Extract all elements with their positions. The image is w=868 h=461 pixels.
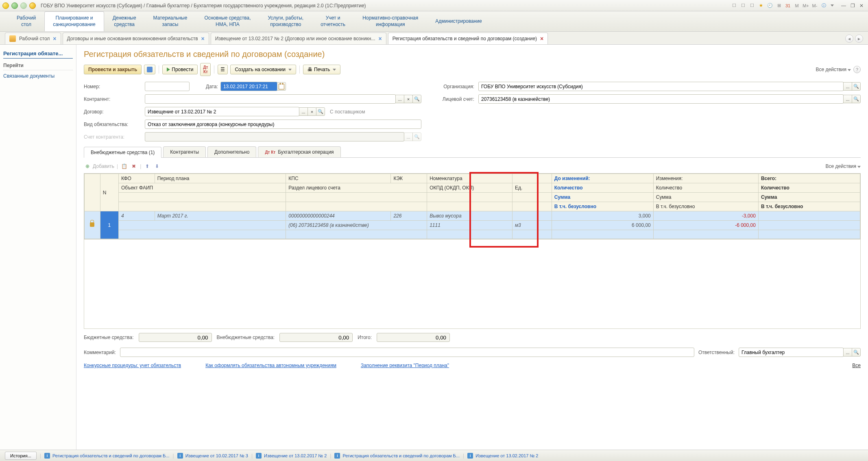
link-procedures[interactable]: Конкурсные процедуры: учет обязательств	[84, 363, 181, 368]
doc-tab-notice[interactable]: Извещение от 13.02.2017 № 2 (Договор или…	[211, 33, 386, 44]
table-row[interactable]: 1 4 Март 2017 г. 00000000000000244 226 В…	[85, 211, 860, 221]
tab-close-icon[interactable]: ×	[53, 35, 56, 42]
delete-button[interactable]: ✖	[130, 163, 137, 170]
post-button[interactable]: Провести	[162, 65, 198, 74]
tab-accounting-op[interactable]: Дт КтБухгалтерская операция	[258, 146, 340, 157]
calendar-button[interactable]	[277, 82, 286, 91]
tab-contragents[interactable]: Контрагенты	[163, 146, 206, 157]
select-button[interactable]: ...	[843, 95, 852, 103]
tool-icon[interactable]: ☐	[749, 2, 755, 9]
section-tab-assets[interactable]: Основные средства, НМА, НПА	[196, 11, 259, 31]
minimize-button[interactable]: —	[840, 2, 848, 9]
tab-additional[interactable]: Дополнительно	[207, 146, 256, 157]
obltype-input[interactable]	[145, 120, 421, 129]
cell-before-sum[interactable]: 6 000,00	[552, 221, 653, 230]
dtkt-button[interactable]: ДтКт	[200, 63, 211, 76]
cell-ch-sum[interactable]: -6 000,00	[653, 221, 758, 230]
cell-kfo[interactable]: 4	[118, 211, 155, 221]
print-button[interactable]: 🖶 Печать	[303, 65, 340, 74]
date-input[interactable]	[220, 82, 277, 91]
favorite-icon[interactable]	[29, 2, 36, 9]
sb-doc-link[interactable]: iРегистрация обязательств и сведений по …	[334, 453, 460, 459]
comment-input[interactable]	[120, 348, 694, 357]
account-input[interactable]	[478, 94, 844, 104]
sidebar-link-related[interactable]: Связанные документы	[3, 72, 73, 80]
contragent-input[interactable]	[145, 94, 396, 104]
nav-back-icon[interactable]	[11, 2, 18, 9]
save-button[interactable]	[144, 65, 155, 74]
sb-doc-link[interactable]: iИзвещение от 13.02.2017 № 2	[467, 453, 538, 459]
cell-period[interactable]: Март 2017 г.	[155, 211, 286, 221]
clear-button[interactable]: ×	[308, 107, 316, 116]
cell-section[interactable]: (06) 20736123458 (в казначействе)	[286, 221, 427, 230]
section-tab-cash[interactable]: Денежные средства	[104, 11, 145, 31]
history-button[interactable]: История...	[5, 452, 37, 460]
link-howto[interactable]: Как оформлять обязательства автономным у…	[205, 363, 336, 368]
section-tab-services[interactable]: Услуги, работы, производство	[259, 11, 312, 31]
sb-doc-link[interactable]: iИзвещение от 10.02.2017 № 3	[177, 453, 248, 459]
cell-kek[interactable]: 226	[391, 211, 427, 221]
section-tab-ref[interactable]: Нормативно-справочная информация	[354, 11, 427, 31]
grid-all-actions[interactable]: Все действия	[826, 163, 861, 169]
search-button[interactable]: 🔍	[316, 107, 325, 116]
select-button[interactable]: ...	[843, 82, 852, 91]
help-icon[interactable]: ⓘ	[820, 2, 827, 9]
search-button[interactable]: 🔍	[852, 95, 861, 103]
search-button[interactable]: 🔍	[412, 95, 421, 103]
move-up-button[interactable]: ⬆	[144, 163, 151, 170]
section-tab-accounting[interactable]: Учет и отчетность	[312, 11, 354, 31]
link-period[interactable]: Заполнение реквизита "Период плана"	[361, 363, 449, 368]
close-button[interactable]: ✕	[857, 2, 866, 9]
select-button[interactable]: ...	[299, 107, 308, 116]
calendar-icon[interactable]: 31	[785, 2, 791, 9]
section-tab-desktop[interactable]: Рабочий стол	[8, 11, 44, 31]
cell-unit[interactable]: м3	[512, 221, 552, 230]
responsible-input[interactable]	[739, 348, 844, 357]
section-tab-admin[interactable]: Администрирование	[427, 11, 490, 31]
mminus-icon[interactable]: M-	[811, 2, 818, 9]
select-button[interactable]: ...	[843, 348, 852, 357]
cell-ch-qty[interactable]: -3,000	[653, 211, 758, 221]
select-button[interactable]: ...	[395, 95, 404, 103]
contract-input[interactable]	[145, 107, 299, 116]
cell-nomen[interactable]: Вывоз мусора	[427, 211, 513, 221]
tab-close-icon[interactable]: ×	[378, 35, 382, 42]
tab-offbudget[interactable]: Внебюджетные средства (1)	[84, 147, 161, 158]
star-icon[interactable]: ★	[758, 2, 764, 9]
help-icon[interactable]: ?	[853, 66, 861, 73]
mplus-icon[interactable]: M+	[803, 2, 809, 9]
chevron-down-icon[interactable]	[831, 4, 834, 7]
clear-button[interactable]: ×	[404, 95, 413, 103]
section-tab-materials[interactable]: Материальные запасы	[145, 11, 196, 31]
tab-close-icon[interactable]: ×	[201, 35, 205, 42]
app-icon[interactable]	[2, 2, 9, 9]
tool-icon[interactable]: ☐	[740, 2, 746, 9]
doc-tab-registration[interactable]: Регистрация обязательств и сведений по д…	[388, 33, 548, 44]
link-all[interactable]: Все	[852, 363, 861, 368]
post-and-close-button[interactable]: Провести и закрыть	[84, 65, 142, 74]
list-button[interactable]: ☰	[218, 65, 228, 74]
section-tab-planning[interactable]: Планирование и санкционирование	[44, 11, 104, 31]
copy-button[interactable]: 📋	[120, 163, 128, 170]
create-based-button[interactable]: Создать на основании	[230, 65, 296, 74]
search-button[interactable]: 🔍	[852, 82, 861, 91]
search-button[interactable]: 🔍	[852, 348, 861, 357]
calc-icon[interactable]: ⊞	[776, 2, 782, 9]
cell-before-qty[interactable]: 3,000	[552, 211, 653, 221]
tab-close-icon[interactable]: ×	[540, 35, 543, 42]
nav-left-icon[interactable]: ◄	[845, 35, 853, 43]
cell-okpd[interactable]: 1111	[427, 221, 513, 230]
org-input[interactable]	[478, 82, 844, 91]
nav-right-icon[interactable]: ►	[855, 35, 863, 43]
cell-kps[interactable]: 00000000000000244	[286, 211, 391, 221]
maximize-button[interactable]: ❐	[848, 2, 857, 9]
sb-doc-link[interactable]: iРегистрация обязательств и сведений по …	[44, 453, 170, 459]
doc-tab-desktop[interactable]: Рабочий стол ×	[5, 33, 61, 44]
move-down-button[interactable]: ⬇	[153, 163, 161, 170]
m-icon[interactable]: M	[794, 2, 800, 9]
tool-icon[interactable]: ☐	[731, 2, 737, 9]
doc-tab-contracts[interactable]: Договоры и иные основания возникновения …	[63, 33, 209, 44]
clock-icon[interactable]: 🕘	[767, 2, 773, 9]
add-button[interactable]: ⊕Добавить	[84, 163, 114, 170]
sb-doc-link[interactable]: iИзвещение от 13.02.2017 № 2	[256, 453, 327, 459]
